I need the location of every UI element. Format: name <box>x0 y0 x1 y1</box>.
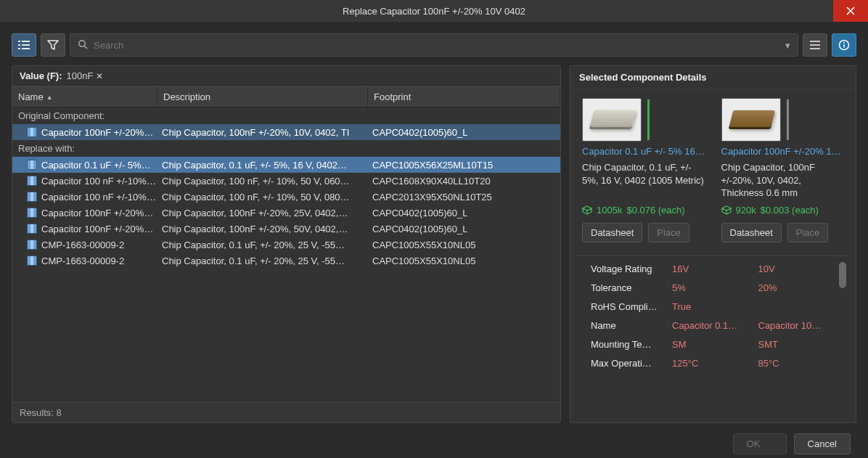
property-compare-grid: Voltage Rating16V10V Tolerance5%20% RoHS… <box>578 255 848 415</box>
filter-clear-icon[interactable]: ✕ <box>96 71 103 81</box>
info-button[interactable] <box>832 33 856 57</box>
bom-status-stripe <box>787 99 789 140</box>
column-name[interactable]: Name▲ <box>12 87 157 107</box>
panel-toggle-button[interactable] <box>803 33 827 57</box>
table-row[interactable]: CMP-1663-00009-2 Chip Capacitor, 0.1 uF,… <box>12 237 560 253</box>
svg-line-7 <box>84 46 87 49</box>
capacitor-icon <box>27 160 37 170</box>
svg-rect-2 <box>18 44 20 46</box>
place-button: Place <box>648 223 689 242</box>
titlebar: Replace Capacitor 100nF +/-20% 10V 0402 <box>0 0 868 22</box>
component-name-link[interactable]: Capacitor 100nF +/-20% 1… <box>721 146 845 157</box>
scrollbar[interactable] <box>838 259 847 412</box>
table-row[interactable]: Capacitor 0.1 uF +/- 5%… Chip Capacitor,… <box>12 157 560 173</box>
svg-rect-5 <box>22 48 30 49</box>
component-thumbnail <box>721 98 781 142</box>
column-footprint[interactable]: Footprint <box>368 87 560 107</box>
svg-point-12 <box>843 42 845 44</box>
column-description[interactable]: Description <box>157 87 368 107</box>
filter-button[interactable] <box>41 33 65 57</box>
original-component-card: Capacitor 100nF +/-20% 1… Chip Capacitor… <box>721 98 845 242</box>
column-headers: Name▲ Description Footprint <box>12 86 560 107</box>
svg-rect-0 <box>18 41 20 42</box>
cancel-button[interactable]: Cancel <box>794 433 851 454</box>
svg-point-6 <box>79 40 85 46</box>
results-grid: Original Component: Capacitor 100nF +/-2… <box>12 107 560 402</box>
results-panel: Value (F): 100nF ✕ Name▲ Description Foo… <box>12 65 561 423</box>
capacitor-icon <box>27 224 37 234</box>
datasheet-button[interactable]: Datasheet <box>721 223 782 242</box>
selected-component-card: Capacitor 0.1 uF +/- 5% 16… Chip Capacit… <box>582 98 705 242</box>
active-filter-chip: Value (F): 100nF ✕ <box>12 66 560 86</box>
component-description: Chip Capacitor, 0.1 uF, +/- 5%, 16 V, 04… <box>582 161 705 200</box>
table-row[interactable]: CMP-1663-00009-2 Chip Capacitor, 0.1 uF,… <box>12 253 560 269</box>
scrollbar-thumb[interactable] <box>839 262 846 288</box>
capacitor-icon <box>27 240 37 250</box>
window-title: Replace Capacitor 100nF +/-20% 10V 0402 <box>343 6 525 17</box>
table-row[interactable]: Capacitor 100nF +/-20%… Chip Capacitor, … <box>12 221 560 237</box>
filter-value: 100nF <box>67 70 94 81</box>
component-description: Chip Capacitor, 100nF +/-20%, 10V, 0402,… <box>721 161 845 200</box>
dialog-footer: OK Cancel <box>12 423 856 454</box>
filter-key: Value (F): <box>20 70 62 81</box>
svg-rect-13 <box>843 44 845 48</box>
svg-rect-1 <box>22 41 30 42</box>
search-input[interactable] <box>94 40 779 51</box>
capacitor-icon <box>27 192 37 202</box>
search-dropdown-caret[interactable]: ▾ <box>785 40 790 51</box>
capacitor-icon <box>27 176 37 186</box>
list-view-button[interactable] <box>12 33 36 57</box>
table-row[interactable]: Capacitor 100nF +/-20%… Chip Capacitor, … <box>12 205 560 221</box>
group-original: Original Component: <box>12 107 560 124</box>
search-icon <box>78 39 88 52</box>
toolbar: ▾ <box>12 33 856 57</box>
search-field[interactable]: ▾ <box>70 33 798 57</box>
capacitor-icon <box>27 255 37 266</box>
window-close-button[interactable] <box>833 0 868 22</box>
stock-line: 920k $0.003 (each) <box>721 205 845 216</box>
details-title: Selected Component Details <box>570 66 856 89</box>
sort-asc-icon: ▲ <box>46 94 53 101</box>
table-row[interactable]: Capacitor 100 nF +/-10%… Chip Capacitor,… <box>12 189 560 205</box>
stock-line: 1005k $0.076 (each) <box>582 205 705 216</box>
svg-rect-4 <box>18 48 20 49</box>
component-thumbnail <box>582 98 642 142</box>
ok-button: OK <box>733 433 787 454</box>
capacitor-icon <box>27 208 37 218</box>
table-row[interactable]: Capacitor 100 nF +/-10%… Chip Capacitor,… <box>12 173 560 189</box>
place-button: Place <box>787 223 829 242</box>
svg-rect-3 <box>22 44 30 46</box>
table-row[interactable]: Capacitor 100nF +/-20%… Chip Capacitor, … <box>12 124 560 140</box>
datasheet-button[interactable]: Datasheet <box>582 223 642 242</box>
capacitor-icon <box>27 127 37 137</box>
group-replace: Replace with: <box>12 140 560 157</box>
bom-status-stripe <box>647 99 650 140</box>
details-panel: Selected Component Details Capacitor 0.1… <box>570 65 856 423</box>
results-count: Results: 8 <box>12 402 560 422</box>
component-name-link[interactable]: Capacitor 0.1 uF +/- 5% 16… <box>582 146 705 157</box>
